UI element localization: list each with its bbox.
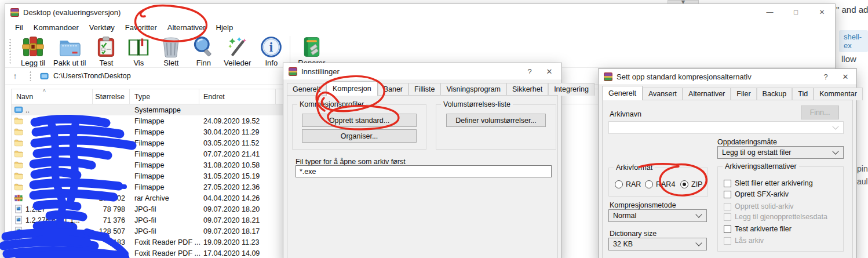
folder-icon [14,128,23,136]
toolbar-label: Veileder [224,59,251,67]
main-titlebar: Desktop (evalueringsversjon) — □ ✕ [5,4,835,20]
filetypes-input[interactable] [296,165,552,177]
compression-method-combobox[interactable]: Normal [608,209,707,222]
compression-tab-backup[interactable]: Backup [757,88,793,100]
jpg-file-icon [14,216,23,224]
define-volume-sizes-button[interactable]: Definer volumstørrelser... [446,114,546,127]
compression-tab-tid[interactable]: Tid [792,88,814,100]
close-icon[interactable]: ✕ [539,64,559,79]
toolbar-button-pakk-ut-til[interactable]: Pakk ut til [49,35,90,68]
extract-folder-icon [57,35,82,59]
toolbar-button-vis[interactable]: Vis [122,35,155,68]
desktop-icon [39,72,49,81]
column-header-name[interactable]: Navn ^ [12,89,93,104]
menu-item-verkt-y[interactable]: Verktøy [84,21,120,34]
settings-tab-visningsprogram[interactable]: Visningsprogram [440,83,506,96]
checkbox-test-arkiverte-filer[interactable] [724,226,731,233]
up-directory-button[interactable]: ↑ [8,69,23,83]
file-name-cell: 7he [25,238,93,246]
toolbar-separator [290,36,290,64]
checkbox-oprett-sfx-arkiv[interactable] [724,191,731,198]
menu-item-hjelp[interactable]: Hjelp [211,21,239,34]
toolbar-button-slett[interactable]: Slett [155,35,187,68]
compression-method-label: Kompresjonsmetode [610,201,676,209]
settings-tab-generelt[interactable]: Generelt [287,83,326,96]
radio-option-rar[interactable]: RAR [615,180,641,189]
radio-zip-selected[interactable] [680,180,688,188]
column-header-type[interactable]: Type [130,89,199,104]
archive-format-group: Arkivformat RARRAR4ZIP [608,168,708,197]
menu-item-kommandoer[interactable]: Kommandoer [28,21,84,34]
updir-folder-icon [14,106,23,114]
chevron-down-icon [695,211,702,217]
test-clipboard-icon [94,35,118,59]
column-header-date[interactable]: Endret [199,89,276,104]
compression-dialog-title: Sett opp standard kompresjonsalternativ [617,72,752,81]
close-button[interactable]: ✕ [809,3,835,21]
add-archive-icon [21,35,45,59]
archive-name-combobox[interactable] [608,121,844,134]
radio-rar4[interactable] [645,180,653,188]
menu-item-fil[interactable]: Fil [10,21,28,34]
compression-tab-alternativer[interactable]: Alternativer [683,88,731,100]
addressbar-grip [30,71,31,81]
checkbox-label: Legg til gjenopprettelsesdata [735,213,827,221]
checkbox-slett-filer-etter-arkivering[interactable] [724,180,731,187]
settings-tab-kompresjon[interactable]: Kompresjon [326,81,378,96]
toolbar-label: Legg til [21,59,45,67]
volume-size-list-group: Volumstørrelses-liste Definer volumstørr… [436,104,556,150]
checkbox-option-oprett-sfx-arkiv[interactable]: Oprett SFX-arkiv [724,190,789,199]
menu-item-favoritter[interactable]: Favoritter [120,21,162,34]
group-label: Komrpesjonsprofiler [297,100,366,108]
checkbox-option-legg-til-gjenopprettelsesdata: Legg til gjenopprettelsesdata [724,212,827,221]
radio-label: ZIP [691,180,702,188]
file-type-cell: Filmappe [130,117,199,125]
dictionary-size-combobox[interactable]: 32 KB [608,238,707,250]
toolbar-button-legg-til[interactable]: Legg til [17,35,49,68]
toolbar-button-finn[interactable]: Finn [187,35,220,68]
compression-tab-kommentar[interactable]: Kommentar [814,88,863,100]
maximize-button[interactable]: □ [783,3,809,21]
checkbox-l-s-arkiv [724,237,731,245]
column-header-size[interactable]: Størrelse [93,89,130,104]
update-mode-value: Legg til og erstatt filer [722,148,792,157]
radio-option-zip[interactable]: ZIP [680,180,702,189]
checkbox-option-test-arkiverte-filer[interactable]: Test arkiverte filer [724,224,792,234]
menu-bar: FilKommandoerVerktøyFavoritterAlternativ… [5,20,835,35]
checkbox-option-slett-filer-etter-arkivering[interactable]: Slett filer etter arkivering [724,179,813,188]
menu-item-alternativer[interactable]: Alternativer [162,21,211,34]
minimize-button[interactable]: — [757,3,783,21]
repair-book-icon [300,35,324,59]
toolbar-button-test[interactable]: Test [90,35,122,68]
update-mode-combobox[interactable]: Legg til og erstatt filer [717,146,844,159]
help-button[interactable]: ? [816,69,836,84]
file-type-cell: Foxit Reader PDF ... [130,238,199,246]
compression-tab-generelt[interactable]: Generelt [602,86,643,100]
compression-profiles-group: Komrpesjonsprofiler Opprett standard... … [292,104,426,150]
settings-tab-filliste[interactable]: Filliste [409,83,440,96]
toolbar-label: Finn [196,59,211,67]
background-text-fragment: ault [857,177,868,186]
toolbar-button-veileder[interactable]: Veileder [220,35,255,68]
background-text-fragment: " and ad [836,5,868,14]
checkbox-option-opprett-solid-arkiv: Opprett solid-arkiv [724,202,793,211]
settings-tab-baner[interactable]: Baner [378,83,409,96]
compression-tab-filer[interactable]: Filer [731,88,756,100]
file-type-cell: Filmappe [130,128,199,136]
settings-tab-panel: Komrpesjonsprofiler Opprett standard... … [287,95,558,258]
radio-rar[interactable] [615,180,623,188]
sort-ascending-icon: ^ [43,89,46,95]
organize-profiles-button[interactable]: Organiser... [302,129,417,143]
close-icon[interactable]: ✕ [836,69,855,84]
checkbox-option-l-s-arkiv: Lås arkiv [724,236,764,245]
checkbox-label: Slett filer etter arkivering [735,179,813,187]
settings-tab-sikkerhet[interactable]: Sikkerhet [506,83,548,96]
radio-option-rar4[interactable]: RAR4 [645,180,675,189]
settings-tab-integrering[interactable]: Integrering [548,83,595,96]
help-button[interactable]: ? [520,64,539,79]
file-type-cell: Systemmappe [130,106,199,114]
toolbar-grip [9,38,11,64]
compression-tab-avansert[interactable]: Avansert [643,88,683,100]
file-size-cell: 71 376 [93,216,130,224]
create-default-profile-button[interactable]: Opprett standard... [302,114,417,127]
